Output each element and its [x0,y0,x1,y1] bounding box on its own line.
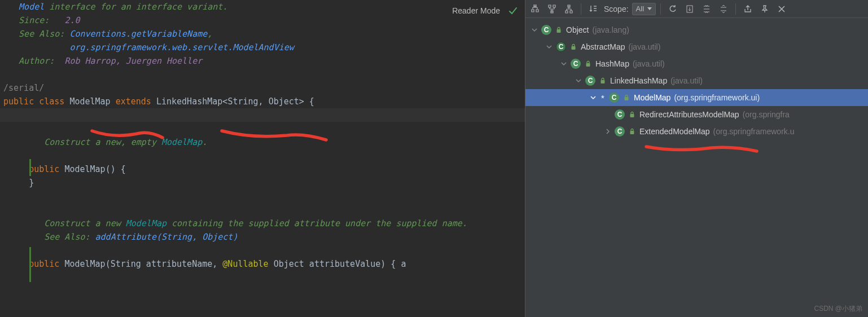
lock-icon [555,26,563,34]
current-line [0,108,525,122]
ctor1-sig: public ModelMap() { [0,162,525,176]
lock-icon [628,127,636,135]
reader-mode-label: Reader Mode [452,5,500,17]
doc-text: interface for an interface variant. [44,2,227,12]
tree-node-hashmap[interactable]: CHashMap (java.util) [525,55,868,72]
subtypes-icon[interactable] [562,2,576,16]
class-badge-icon: C [571,59,581,69]
close-icon[interactable] [774,2,789,16]
package-label: (org.springframework.ui) [674,93,760,102]
class-name: ModelMap [634,93,670,102]
scope-label: Scope: [604,5,629,14]
author-label: Author: [19,56,54,66]
class-name: HashMap [595,59,629,68]
svg-rect-3 [586,63,590,67]
class-badge-icon: C [541,25,551,35]
svg-rect-5 [625,97,629,100]
hierarchy-toolbar: Scope: All [525,0,868,18]
class-declaration: public class ModelMap extends LinkedHash… [0,95,525,108]
star-icon: * [600,93,606,103]
autoscroll-icon[interactable] [682,2,697,16]
ctor2-see-link[interactable]: addAttribute(String, Object) [95,232,238,242]
class-badge-icon: C [609,93,619,103]
scope-dropdown[interactable]: All [632,3,656,15]
reader-mode-indicator: Reader Mode [452,5,518,17]
tree-node-modelmap[interactable]: *CModelMap (org.springframework.ui) [525,89,868,106]
sort-alpha-icon[interactable] [586,2,600,16]
scope-value: All [636,5,644,13]
svg-rect-2 [572,46,576,50]
doc-type-link: Model [19,2,44,12]
expand-arrow-icon[interactable] [590,95,597,100]
tree-node-abstractmap[interactable]: CAbstractMap (java.util) [525,38,868,55]
doc-author: Author: Rob Harrop, Juergen Hoeller [0,54,525,68]
class-name: Object [566,25,589,34]
code-editor[interactable]: Reader Mode Model interface for an inter… [0,0,525,317]
doc-see-also: See Also: Conventions.getVariableName, [0,27,525,41]
tree-node-object[interactable]: CObject (java.lang) [525,21,868,38]
expand-arrow-icon[interactable] [560,61,567,67]
author-value: Rob Harrop, Juergen Hoeller [64,56,202,66]
refresh-icon[interactable] [665,2,680,16]
tree-node-linkedhashmap[interactable]: CLinkedHashMap (java.util) [525,72,868,89]
expand-all-icon[interactable] [699,2,714,16]
chevron-down-icon [647,7,652,10]
tree-node-redirectattributesmodelmap[interactable]: CRedirectAttributesModelMap (org.springf… [525,106,868,123]
lock-icon [628,111,636,118]
expand-arrow-icon[interactable] [531,27,538,33]
doc-line: Model interface for an interface variant… [0,0,525,14]
class-badge-icon: C [585,76,595,86]
expand-arrow-icon[interactable] [604,129,611,134]
collapse-all-icon[interactable] [716,2,731,16]
since-label: Since: [19,15,49,25]
doc-gutter-bar [29,159,31,176]
lock-icon [622,94,630,102]
svg-rect-7 [630,131,634,134]
blank [0,68,525,81]
package-label: (org.springfra [743,110,790,119]
blank [0,244,525,257]
export-icon[interactable] [740,2,755,16]
svg-rect-4 [601,80,605,83]
supertypes-icon[interactable] [545,2,559,16]
doc-gutter-bar [29,247,31,282]
package-label: (java.util) [633,59,665,68]
class-badge-icon: C [615,126,625,137]
hierarchy-tree[interactable]: CObject (java.lang)CAbstractMap (java.ut… [525,18,868,143]
ctor2-see-also: See Also: addAttribute(String, Object) [0,230,525,244]
class-name: ExtendedModelMap [639,127,710,136]
check-icon [508,6,518,16]
class-hierarchy-icon[interactable] [528,2,542,16]
ctor2-doc: Construct a new ModelMap containing the … [0,217,525,230]
ctor1-doc: Construct a new, empty ModelMap. [0,135,525,149]
class-name: AbstractMap [581,42,625,51]
annotation-underline [644,143,762,157]
blank [0,122,525,135]
class-name: RedirectAttributesModelMap [639,110,739,119]
expand-arrow-icon[interactable] [546,44,553,50]
lock-icon [584,60,592,68]
class-badge-icon: C [556,42,566,52]
package-label: (java.util) [670,76,703,85]
see-also-label: See Also: [19,29,64,39]
blank [0,203,525,217]
expand-arrow-icon[interactable] [575,78,582,83]
watermark: CSDN @小猪弟 [814,304,862,314]
svg-rect-1 [557,29,561,33]
tree-node-extendedmodelmap[interactable]: CExtendedModelMap (org.springframework.u [525,123,868,140]
serial-marker: /serial/ [0,81,525,95]
doc-since: Since: 2.0 [0,14,525,27]
lock-icon [599,77,607,85]
lock-icon [569,43,577,51]
ctor1-close: } [0,176,525,190]
class-badge-icon: C [615,109,625,120]
see-also-link-1[interactable]: Conventions.getVariableName [69,29,207,39]
ctor2-sig: public ModelMap(String attributeName, @N… [0,257,525,271]
since-value: 2.0 [64,15,80,25]
package-label: (java.util) [629,42,661,51]
pin-icon[interactable] [757,2,772,16]
package-label: (java.lang) [592,25,629,34]
doc-see-also-2: org.springframework.web.servlet.ModelAnd… [0,41,525,54]
see-also-link-2[interactable]: org.springframework.web.servlet.ModelAnd… [69,42,293,52]
svg-rect-6 [630,114,634,117]
